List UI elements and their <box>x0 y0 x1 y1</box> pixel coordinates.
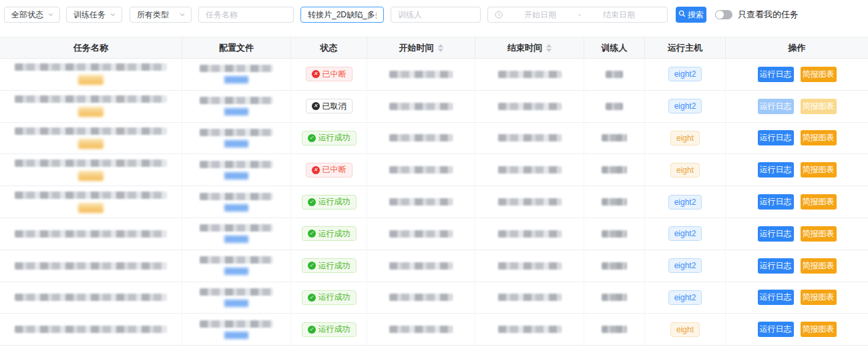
report-chart-button[interactable]: 简报图表 <box>801 99 837 114</box>
search-button[interactable]: 搜索 <box>676 7 706 23</box>
config-file-redacted-link[interactable] <box>224 332 248 339</box>
task-name-cell <box>0 314 182 345</box>
status-label: 运行成功 <box>318 292 351 303</box>
actions-cell: 运行日志 简报图表 <box>726 250 868 282</box>
search-keyword-input[interactable] <box>308 10 377 19</box>
trainer-cell <box>584 186 645 218</box>
host-badge: eight2 <box>668 290 702 305</box>
table-row: 运行成功 eight 运行日志 简报图表 <box>0 123 868 155</box>
trainer-cell <box>584 91 645 122</box>
start-time-cell <box>367 154 475 186</box>
date-range-picker[interactable]: - <box>487 7 668 23</box>
search-icon <box>678 10 686 19</box>
task-tag-redacted-badge <box>78 75 103 85</box>
config-file-redacted-text <box>200 97 273 104</box>
table-row: 运行成功 eight 运行日志 简报图表 <box>0 314 868 346</box>
start-date-input[interactable] <box>505 10 575 19</box>
actions-cell: 运行日志 简报图表 <box>726 186 868 218</box>
report-chart-button[interactable]: 简报图表 <box>801 226 837 242</box>
config-file-redacted-link[interactable] <box>224 268 248 275</box>
config-file-redacted-link[interactable] <box>224 140 248 147</box>
config-file-redacted-link[interactable] <box>224 300 248 307</box>
task-name-redacted-text <box>15 63 167 71</box>
column-header-5[interactable]: 结束时间 <box>475 37 584 58</box>
task-name-cell <box>0 218 182 250</box>
status-label: 运行成功 <box>318 260 351 272</box>
status-label: 已中断 <box>322 69 347 80</box>
status-select[interactable]: 全部状态 <box>4 7 60 23</box>
run-log-button[interactable]: 运行日志 <box>758 194 794 210</box>
report-chart-button[interactable]: 简报图表 <box>801 67 837 82</box>
report-chart-button[interactable]: 简报图表 <box>801 290 837 305</box>
my-tasks-toggle[interactable] <box>715 10 732 19</box>
run-log-button[interactable]: 运行日志 <box>758 67 794 82</box>
table-row: 运行成功 eight2 运行日志 简报图表 <box>0 186 868 218</box>
run-log-button[interactable]: 运行日志 <box>758 226 794 242</box>
column-header-label: 状态 <box>320 42 338 54</box>
trainer-input[interactable] <box>398 10 473 19</box>
actions-cell: 运行日志 简报图表 <box>726 91 868 122</box>
chevron-down-icon <box>110 11 116 18</box>
host-badge: eight <box>670 322 700 337</box>
task-name-cell <box>0 186 182 218</box>
date-separator: - <box>575 10 584 19</box>
sort-icon[interactable] <box>438 44 443 52</box>
task-name-redacted-text <box>15 159 167 167</box>
host-badge: eight2 <box>668 258 702 273</box>
start-time-cell <box>367 91 475 122</box>
end-time-cell <box>475 250 584 282</box>
status-icon <box>308 134 316 142</box>
status-icon <box>308 294 316 302</box>
report-chart-button[interactable]: 简报图表 <box>801 258 837 274</box>
status-badge: 运行成功 <box>302 226 357 241</box>
run-log-button[interactable]: 运行日志 <box>758 290 794 305</box>
task-type-select[interactable]: 训练任务 <box>66 7 122 23</box>
category-select[interactable]: 所有类型 <box>130 7 192 23</box>
config-file-redacted-link[interactable] <box>224 204 248 212</box>
status-select-value: 全部状态 <box>11 9 43 21</box>
task-name-redacted-text <box>15 262 167 270</box>
status-badge: 运行成功 <box>302 322 357 337</box>
start-time-redacted-text <box>389 71 453 78</box>
column-header-7: 运行主机 <box>645 37 726 58</box>
status-cell: 运行成功 <box>291 186 367 218</box>
task-tag-redacted-badge <box>78 171 103 181</box>
run-log-button[interactable]: 运行日志 <box>758 258 794 274</box>
status-icon <box>308 262 316 270</box>
report-chart-button[interactable]: 简报图表 <box>801 130 837 145</box>
host-cell: eight2 <box>645 91 726 122</box>
trainer-redacted-text <box>602 166 627 173</box>
actions-cell: 运行日志 简报图表 <box>726 123 868 154</box>
config-file-redacted-link[interactable] <box>224 236 248 243</box>
column-header-label: 结束时间 <box>507 42 542 54</box>
run-log-button[interactable]: 运行日志 <box>758 322 794 337</box>
run-log-button[interactable]: 运行日志 <box>758 99 794 114</box>
category-select-value: 所有类型 <box>137 9 169 21</box>
config-file-redacted-text <box>200 129 273 136</box>
host-badge: eight2 <box>668 99 702 113</box>
status-badge: 运行成功 <box>302 131 357 145</box>
config-file-redacted-link[interactable] <box>224 108 248 115</box>
run-log-button[interactable]: 运行日志 <box>758 162 794 178</box>
sort-icon[interactable] <box>546 44 552 52</box>
task-name-cell <box>0 123 182 154</box>
config-file-redacted-link[interactable] <box>224 76 248 83</box>
host-cell: eight <box>645 314 726 345</box>
column-header-label: 任务名称 <box>73 42 108 54</box>
config-file-redacted-link[interactable] <box>224 172 248 180</box>
run-log-button[interactable]: 运行日志 <box>758 130 794 145</box>
table-row: 已取消 eight2 运行日志 简报图表 <box>0 91 868 123</box>
trainer-cell <box>584 154 645 186</box>
config-file-cell <box>182 282 291 314</box>
task-name-input[interactable] <box>206 10 286 19</box>
column-header-4[interactable]: 开始时间 <box>367 37 475 58</box>
status-cell: 运行成功 <box>291 282 367 314</box>
start-time-redacted-text <box>389 166 453 173</box>
end-date-input[interactable] <box>584 10 654 19</box>
report-chart-button[interactable]: 简报图表 <box>801 194 837 210</box>
config-file-redacted-text <box>200 288 273 296</box>
report-chart-button[interactable]: 简报图表 <box>801 162 837 178</box>
tasks-table: 任务名称配置文件状态开始时间结束时间训练人运行主机操作 已中断 <box>0 37 868 346</box>
report-chart-button[interactable]: 简报图表 <box>801 322 837 337</box>
config-file-redacted-text <box>200 256 273 264</box>
